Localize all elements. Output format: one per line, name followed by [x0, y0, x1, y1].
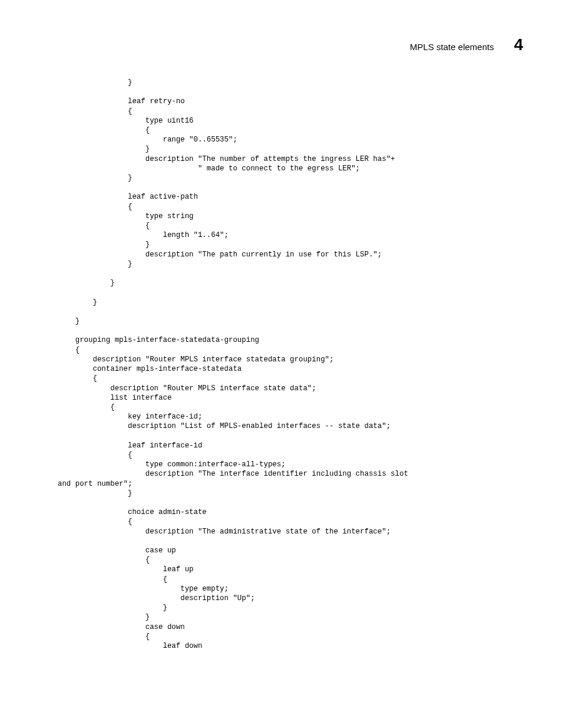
code-block: } leaf retry-no { type uint16 { range "0…: [58, 78, 521, 651]
header-title: MPLS state elements: [410, 42, 494, 52]
document-page: MPLS state elements 4 } leaf retry-no { …: [0, 0, 562, 728]
page-header: MPLS state elements 4: [410, 37, 523, 53]
section-number: 4: [514, 37, 523, 53]
